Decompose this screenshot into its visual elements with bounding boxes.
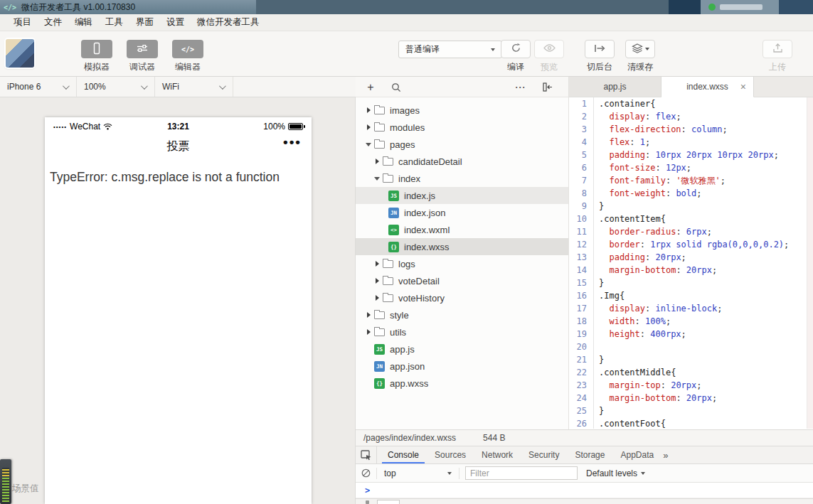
wechat-devtools-window: </> 微信开发者工具 v1.00.170830 项目文件编辑工具界面设置微信开… bbox=[0, 0, 813, 504]
toggle-label: 调试器 bbox=[129, 61, 155, 73]
toggle-label: 编辑器 bbox=[175, 61, 201, 73]
tree-folder-pages[interactable]: pages bbox=[356, 136, 568, 153]
code-editor[interactable]: 1.container{2 display: flex;3 flex-direc… bbox=[569, 97, 813, 429]
chevron-down-icon[interactable] bbox=[371, 177, 383, 181]
chevron-right-icon[interactable] bbox=[371, 295, 383, 301]
code-line: 15} bbox=[569, 277, 813, 289]
code-line: 4 flex: 1; bbox=[569, 136, 813, 149]
inspect-element-icon[interactable] bbox=[356, 446, 377, 463]
tree-folder-candidateDetail[interactable]: candidateDetail bbox=[356, 153, 568, 170]
toggle-editor[interactable]: </>编辑器 bbox=[172, 40, 203, 73]
code-icon: </> bbox=[181, 44, 194, 54]
tabs-overflow-icon[interactable]: » bbox=[663, 450, 668, 461]
tree-file-index.wxml[interactable]: <>index.wxml bbox=[356, 221, 568, 238]
chevron-right-icon[interactable] bbox=[363, 124, 374, 130]
devtools-footer bbox=[356, 498, 813, 504]
tree-folder-index[interactable]: index bbox=[356, 170, 568, 187]
menu-item[interactable]: 项目 bbox=[7, 16, 38, 28]
compile-button[interactable]: 编译 bbox=[501, 40, 531, 73]
tree-file-index.js[interactable]: JSindex.js bbox=[356, 187, 568, 204]
code-line: 25} bbox=[569, 404, 813, 417]
chevron-right-icon[interactable] bbox=[363, 107, 374, 113]
tree-file-app.json[interactable]: JNapp.json bbox=[356, 358, 568, 375]
compile-mode-select[interactable]: 普通编译 bbox=[398, 41, 502, 58]
tree-file-index.wxss[interactable]: {}index.wxss bbox=[356, 238, 568, 255]
more-menu-icon[interactable]: ••• bbox=[283, 134, 302, 150]
file-type-icon-json: JN bbox=[388, 208, 399, 218]
title-bar[interactable]: </> 微信开发者工具 v1.00.170830 bbox=[0, 0, 813, 14]
action-label: 预览 bbox=[541, 61, 558, 73]
code-line: 24 margin-bottom: 20rpx; bbox=[569, 392, 813, 404]
device-select[interactable]: iPhone 6 bbox=[0, 77, 77, 97]
menu-item[interactable]: 编辑 bbox=[68, 16, 99, 28]
footer-input[interactable] bbox=[377, 500, 400, 504]
toggle-debugger[interactable]: 调试器 bbox=[127, 40, 158, 73]
scene-value-label: 场景值 bbox=[12, 483, 39, 495]
error-message: TypeError: c.msg.replace is not a functi… bbox=[45, 159, 312, 196]
upload-icon bbox=[772, 43, 783, 55]
chevron-right-icon[interactable] bbox=[371, 278, 383, 284]
chevron-right-icon[interactable] bbox=[371, 261, 383, 267]
clear-console-icon[interactable] bbox=[356, 468, 377, 479]
toggle-simulator[interactable]: 模拟器 bbox=[81, 40, 112, 73]
devtools-tab-network[interactable]: Network bbox=[476, 446, 519, 463]
tree-folder-style[interactable]: style bbox=[356, 306, 568, 323]
chevron-down-icon bbox=[141, 82, 148, 90]
tree-file-index.json[interactable]: JNindex.json bbox=[356, 204, 568, 221]
chevron-down-icon bbox=[219, 82, 226, 90]
close-tab-icon[interactable]: × bbox=[740, 82, 746, 92]
tree-folder-images[interactable]: images bbox=[356, 102, 568, 119]
file-name: candidateDetail bbox=[398, 156, 462, 167]
devtools-tab-security[interactable]: Security bbox=[523, 446, 565, 463]
folder-icon bbox=[383, 277, 393, 285]
tree-file-app.wxss[interactable]: {}app.wxss bbox=[356, 375, 568, 392]
editor-tab-app.js[interactable]: app.js bbox=[569, 77, 661, 97]
phone-status-bar: ••••• WeChat 13:21 100% bbox=[45, 117, 312, 133]
devtools-tab-appdata[interactable]: AppData bbox=[615, 446, 659, 463]
action-label: 编译 bbox=[507, 61, 524, 73]
preview-button[interactable]: 预览 bbox=[534, 40, 564, 73]
devtools-tab-sources[interactable]: Sources bbox=[429, 446, 472, 463]
phone-time: 13:21 bbox=[146, 122, 211, 132]
menu-item[interactable]: 设置 bbox=[160, 16, 191, 28]
filter-input[interactable] bbox=[465, 466, 578, 480]
clear-cache-button[interactable]: 清缓存 bbox=[625, 40, 655, 73]
prompt-chevron: > bbox=[365, 486, 370, 495]
tree-folder-voteDetail[interactable]: voteDetail bbox=[356, 272, 568, 289]
more-options-icon[interactable]: ··· bbox=[513, 77, 528, 97]
phone-screen[interactable]: ••••• WeChat 13:21 100% 投票 ••• bbox=[45, 117, 312, 504]
device-value: iPhone 6 bbox=[7, 82, 41, 92]
devtools-tab-storage[interactable]: Storage bbox=[569, 446, 610, 463]
devtools-tab-console[interactable]: Console bbox=[382, 446, 425, 463]
tree-file-app.js[interactable]: JSapp.js bbox=[356, 341, 568, 358]
network-select[interactable]: WiFi bbox=[155, 77, 233, 97]
code-line: 6 font-size: 12px; bbox=[569, 161, 813, 174]
editor-tab-index.wxss[interactable]: index.wxss× bbox=[661, 77, 754, 97]
log-levels-select[interactable]: Default levels bbox=[586, 468, 645, 478]
console-prompt[interactable]: > bbox=[356, 483, 813, 498]
upload-button[interactable]: 上传 bbox=[762, 40, 792, 73]
context-select[interactable]: top bbox=[377, 468, 459, 479]
menu-item[interactable]: 文件 bbox=[38, 16, 68, 28]
chevron-right-icon[interactable] bbox=[363, 329, 374, 335]
collapse-panel-icon[interactable] bbox=[540, 77, 556, 97]
tree-folder-utils[interactable]: utils bbox=[356, 323, 568, 341]
menu-item[interactable]: 界面 bbox=[129, 16, 160, 28]
search-icon[interactable] bbox=[388, 77, 404, 97]
tree-folder-modules[interactable]: modules bbox=[356, 119, 568, 136]
zoom-select[interactable]: 100% bbox=[77, 77, 155, 97]
menu-item[interactable]: 微信开发者工具 bbox=[191, 16, 266, 28]
chevron-down-icon[interactable] bbox=[363, 143, 374, 146]
tree-folder-voteHistory[interactable]: voteHistory bbox=[356, 289, 568, 306]
code-line: 14 margin-bottom: 20rpx; bbox=[569, 264, 813, 277]
refresh-icon bbox=[511, 43, 521, 55]
add-file-icon[interactable]: + bbox=[363, 77, 378, 97]
menu-item[interactable]: 工具 bbox=[99, 16, 129, 28]
chevron-right-icon[interactable] bbox=[371, 159, 383, 164]
file-tree: imagesmodulespagescandidateDetailindexJS… bbox=[356, 97, 568, 392]
user-avatar[interactable] bbox=[6, 39, 34, 68]
background-button[interactable]: 切后台 bbox=[585, 40, 615, 73]
tree-folder-logs[interactable]: logs bbox=[356, 255, 568, 272]
chevron-right-icon[interactable] bbox=[363, 312, 374, 318]
editor-scrollbar[interactable] bbox=[807, 97, 813, 429]
